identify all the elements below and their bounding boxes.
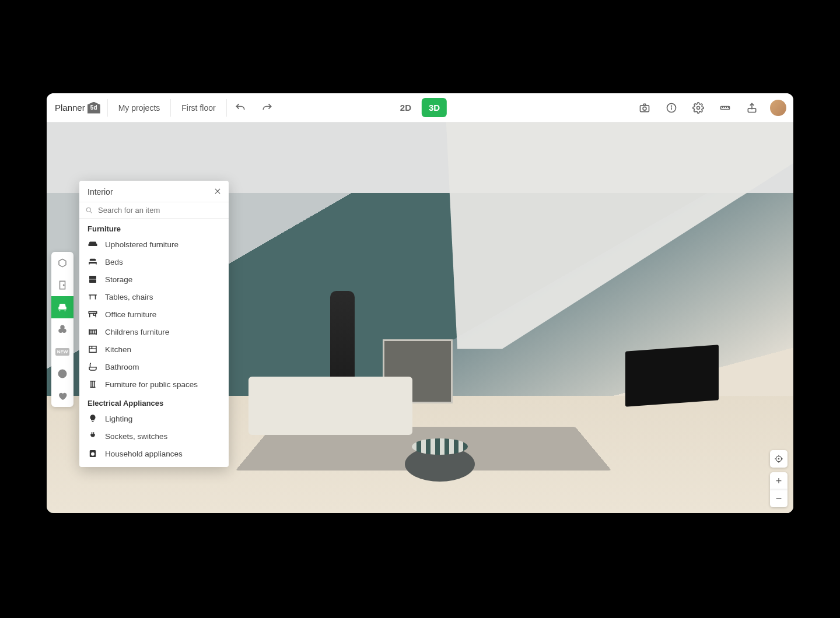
share-button[interactable]: [738, 93, 765, 122]
panel-item-office[interactable]: Office furniture: [79, 306, 229, 323]
panel-item-public[interactable]: Furniture for public spaces: [79, 375, 229, 393]
panel-item-label: Beds: [105, 258, 123, 266]
info-button[interactable]: [658, 93, 685, 122]
view-toggle: 2D 3D: [393, 98, 447, 117]
rail-item-interior[interactable]: [51, 296, 74, 318]
toolbar-right: [631, 93, 793, 122]
dresser-icon: [88, 274, 98, 285]
camera-icon: [639, 102, 650, 114]
new-badge-icon: NEW: [55, 348, 70, 356]
floor-selector[interactable]: First floor: [171, 93, 226, 122]
svg-point-15: [58, 370, 66, 378]
scene-tv: [625, 345, 719, 407]
zoom-control: + −: [770, 472, 788, 507]
panel-item-label: Furniture for public spaces: [105, 380, 198, 389]
svg-point-13: [64, 285, 65, 286]
measure-button[interactable]: [712, 93, 738, 122]
panel-item-sockets[interactable]: Sockets, switches: [79, 427, 229, 445]
panel-search[interactable]: [79, 202, 229, 219]
search-input[interactable]: [98, 206, 223, 215]
my-projects-button[interactable]: My projects: [108, 93, 171, 122]
redo-icon: [261, 102, 273, 114]
plug-icon: [88, 431, 98, 441]
svg-point-1: [643, 107, 646, 110]
bathtub-icon: [88, 361, 98, 372]
zoom-in-button[interactable]: +: [770, 472, 788, 490]
logo-brand: Planner: [55, 103, 85, 113]
crosshair-icon: [774, 454, 783, 464]
panel-section-electrical: Electrical Appliances: [79, 393, 229, 410]
panel-item-kitchen[interactable]: Kitchen: [79, 340, 229, 358]
tree-icon: [57, 324, 68, 335]
canvas-3d-viewport[interactable]: NEW Interior Furniture: [47, 122, 793, 513]
snapshot-button[interactable]: [631, 93, 658, 122]
panel-item-label: Household appliances: [105, 450, 183, 458]
undo-button[interactable]: [227, 93, 254, 122]
svg-line-19: [90, 211, 92, 213]
panel-item-label: Sockets, switches: [105, 432, 167, 441]
gear-icon: [692, 102, 704, 114]
ruler-icon: [719, 102, 731, 114]
table-icon: [88, 292, 98, 302]
redo-button[interactable]: [254, 93, 281, 122]
avatar[interactable]: [770, 100, 786, 116]
svg-point-4: [671, 106, 672, 106]
rail-item-favorites[interactable]: [51, 385, 74, 407]
desk-icon: [88, 309, 98, 319]
panel-close-button[interactable]: [214, 187, 222, 197]
rail-item-rooms[interactable]: [51, 252, 74, 274]
sofa-icon: [88, 239, 98, 250]
svg-point-18: [86, 208, 90, 212]
panel-item-label: Storage: [105, 275, 132, 284]
panel-item-storage[interactable]: Storage: [79, 271, 229, 288]
panel-item-tables[interactable]: Tables, chairs: [79, 288, 229, 306]
share-icon: [746, 102, 758, 114]
catalog-panel: Interior Furniture Upholstered furniture…: [79, 181, 229, 467]
rail-item-new[interactable]: NEW: [51, 340, 74, 363]
kitchen-icon: [88, 344, 98, 354]
app-window: Planner 5d My projects First floor 2D 3D: [47, 93, 793, 513]
panel-item-children[interactable]: Childrens furniture: [79, 323, 229, 340]
zoom-out-button[interactable]: −: [770, 490, 788, 507]
panel-item-appliances[interactable]: Household appliances: [79, 445, 229, 462]
panel-item-upholstered[interactable]: Upholstered furniture: [79, 236, 229, 253]
rail-item-exterior[interactable]: [51, 318, 74, 340]
scene-ceiling: [233, 122, 793, 349]
recenter-button[interactable]: [770, 450, 788, 468]
svg-rect-0: [640, 105, 649, 111]
logo-badge: 5d: [88, 102, 100, 114]
panel-item-label: Upholstered furniture: [105, 240, 178, 249]
panel-item-beds[interactable]: Beds: [79, 253, 229, 271]
svg-rect-28: [94, 314, 96, 316]
view-2d-button[interactable]: 2D: [393, 98, 418, 117]
toolbar: Planner 5d My projects First floor 2D 3D: [47, 93, 793, 122]
panel-item-label: Tables, chairs: [105, 293, 153, 301]
panel-item-bathroom[interactable]: Bathroom: [79, 358, 229, 375]
panel-item-label: Lighting: [105, 415, 132, 423]
search-icon: [85, 206, 93, 215]
panel-item-lighting[interactable]: Lighting: [79, 410, 229, 427]
column-icon: [88, 379, 98, 389]
category-rail: NEW: [51, 252, 74, 407]
heart-icon: [57, 391, 68, 401]
close-icon: [214, 187, 222, 195]
rail-item-recent[interactable]: [51, 363, 74, 385]
bulb-icon: [88, 413, 98, 424]
armchair-icon: [57, 302, 68, 312]
view-3d-button[interactable]: 3D: [422, 98, 447, 117]
scene-sofa: [249, 377, 413, 436]
cube-icon: [57, 258, 68, 268]
panel-header: Interior: [79, 181, 229, 202]
settings-button[interactable]: [685, 93, 712, 122]
panel-title: Interior: [88, 187, 113, 196]
panel-item-label: Kitchen: [105, 345, 131, 354]
bed-icon: [88, 257, 98, 267]
undo-icon: [235, 102, 246, 114]
rail-item-doors[interactable]: [51, 274, 74, 296]
panel-item-label: Office furniture: [105, 310, 156, 319]
crib-icon: [88, 326, 98, 337]
logo[interactable]: Planner 5d: [47, 102, 107, 114]
info-icon: [666, 102, 677, 114]
panel-section-furniture: Furniture: [79, 219, 229, 236]
appliance-icon: [88, 448, 98, 459]
